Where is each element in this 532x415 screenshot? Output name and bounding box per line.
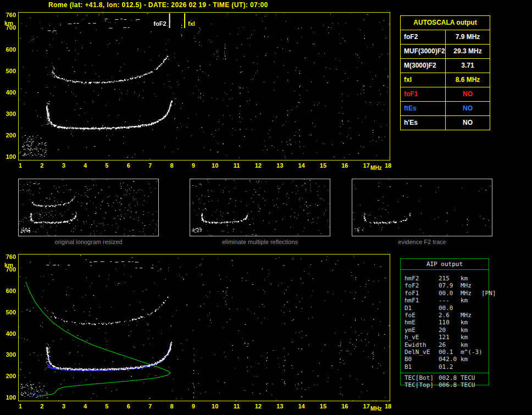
main-ionogram-canvas [19,13,390,160]
aip-row: hmF2215km [401,275,489,282]
autoscala-row: fxI8.6 MHz [401,73,490,87]
x-tick-label: 8 [165,162,178,169]
aip-row: D100.0 [401,305,489,312]
aip-param-value: 07.9 [439,282,461,289]
panel-evidence-f2 [352,179,492,236]
x-tick-label: 3 [57,162,70,169]
aip-param-unit: km [461,275,481,282]
y-axis-unit-label: km [2,262,15,268]
panel-eliminate-reflections [190,179,330,236]
aip-rows: hmF2215kmfoF207.9MHzfoF100.0MHz[PN]hmF1-… [401,275,489,370]
aip-param-name: hmF2 [404,275,439,282]
aip-param-name: ymE [404,327,439,334]
y-tick-label: 200 [1,373,16,379]
autoscala-row: M(3000)F23.71 [401,58,490,73]
aip-param-name: hmF1 [404,297,439,304]
aip-param-value: 042.0 [439,356,461,363]
y-tick-label: 500 [1,68,16,74]
profile-ionogram-plot [18,254,390,401]
x-tick-label: 4 [79,403,92,410]
x-tick-label: 9 [187,403,200,410]
x-tick-label: 7 [143,403,157,410]
aip-param-unit: MHz [461,290,481,297]
aip-param-value: 20 [439,327,461,334]
x-tick-label: 13 [273,162,286,169]
y-axis-unit-label: km [2,20,15,26]
autoscala-param-label: foF2 [401,30,446,44]
y-tick-label: 100 [1,153,16,160]
y-tick-label: 760 [1,253,16,260]
x-tick-label: 12 [252,403,265,410]
aip-row: TEC[Bot]002.8TECU [401,374,489,381]
autoscala-param-value: 29.3 MHz [446,45,490,58]
fxi-marker-label: fxI [188,20,195,27]
aip-row: foF100.0MHz[PN] [401,290,489,297]
aip-param-note [481,319,489,326]
autoscala-output-table: AUTOSCALA output foF27.9 MHzMUF(3000)F22… [400,15,490,130]
aip-param-value: 26 [439,341,461,348]
aip-param-note [481,297,489,304]
autoscala-param-value: 8.6 MHz [446,73,490,87]
aip-param-value: 006.8 [439,381,461,389]
autoscala-row: MUF(3000)F229.3 MHz [401,44,490,58]
x-tick-label: 5 [100,403,113,410]
y-tick-label: 600 [1,287,16,294]
y-tick-label: 100 [1,394,16,401]
aip-row: B0042.0km [401,356,489,363]
x-tick-label: 13 [273,403,286,410]
aip-param-unit: km [461,297,481,304]
aip-param-value: --- [439,297,461,304]
x-tick-label: 11 [230,403,243,410]
x-tick-label: 8 [165,403,178,410]
autoscala-param-value: NO [446,87,490,101]
x-tick-label: 14 [295,162,308,169]
aip-param-name: foF2 [404,282,439,289]
y-tick-label: 300 [1,351,16,358]
aip-row: foE2.6MHz [401,312,489,319]
panel-eliminate-canvas [190,179,330,236]
aip-row: DelN_vE00.1m^(-3) [401,348,489,356]
aip-param-unit: TECU [461,374,481,381]
x-tick-label: 10 [208,403,221,410]
aip-param-unit: MHz [461,282,481,289]
x-tick-label: 2 [35,403,48,410]
x-tick-label: 16 [338,162,351,169]
aip-param-value: 00.1 [439,348,461,356]
x-tick-label: 15 [317,162,330,169]
x-axis-unit-label: MHz [368,165,384,171]
aip-param-note [481,341,489,348]
aip-param-name: foE [404,312,439,319]
autoscala-row: foF27.9 MHz [401,30,490,44]
y-tick-label: 760 [1,12,16,18]
x-tick-label: 9 [187,162,200,169]
x-tick-label: 5 [100,162,113,169]
aip-param-value: 01.2 [439,363,461,370]
aip-output-table: AIP output hmF2215kmfoF207.9MHzfoF100.0M… [400,258,489,385]
autoscala-param-label: ftEs [401,102,446,115]
panel-original-canvas [19,179,158,236]
autoscala-param-value: 7.9 MHz [446,30,490,44]
station-header: Rome (lat: +41.8, lon: 012.5) - DATE: 20… [48,1,268,9]
autoscala-window: Rome (lat: +41.8, lon: 012.5) - DATE: 20… [0,0,532,415]
aip-param-note [481,282,489,289]
aip-param-name: B0 [404,356,439,363]
aip-table-title: AIP output [401,259,489,270]
aip-param-unit: MHz [461,312,481,319]
aip-param-note [481,305,489,312]
aip-param-note [481,275,489,282]
autoscala-param-label: M(3000)F2 [401,59,446,73]
main-ionogram-plot [18,12,390,161]
aip-param-name: Ewidth [404,341,439,348]
autoscala-rows: foF27.9 MHzMUF(3000)F229.3 MHzM(3000)F23… [401,30,490,130]
aip-param-unit: km [461,341,481,348]
x-tick-label: 6 [122,403,135,410]
autoscala-param-value: NO [446,116,490,130]
aip-param-value: 002.8 [439,374,461,381]
panel-caption-evidence: evidence F2 trace [352,239,492,245]
aip-param-unit: km [461,334,481,341]
aip-param-value: 215 [439,275,461,282]
aip-param-note [481,381,489,389]
autoscala-row: foF1NO [401,87,490,101]
x-tick-label: 1 [14,403,27,410]
y-tick-label: 400 [1,89,16,96]
